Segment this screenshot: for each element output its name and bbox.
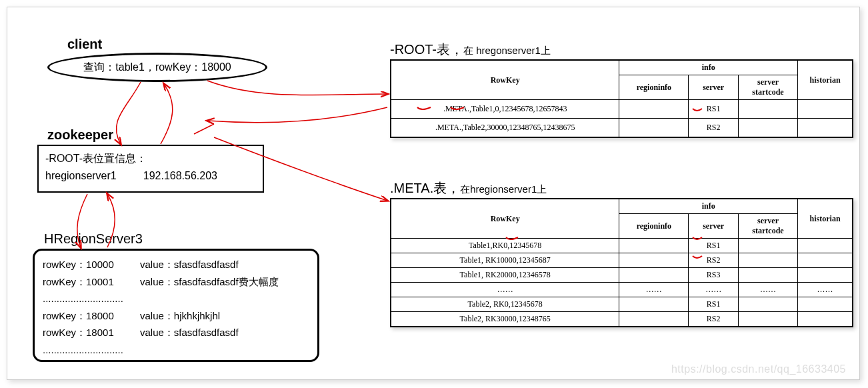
hregionserver-row: ............................. — [43, 341, 309, 359]
meta-th-rowkey: RowKey — [391, 199, 619, 239]
root-th-startcode: server startcode — [738, 75, 797, 100]
table-row: .META.,Table2,30000,12348765,12438675RS2 — [391, 119, 853, 137]
hregionserver-box: rowKey：10000value：sfasdfasdfasdfrowKey：1… — [33, 249, 319, 362]
meta-title-prefix: .META.表， — [390, 181, 460, 195]
cell-startcode — [738, 100, 797, 119]
table-row: .META.,Table1,0,12345678,12657843RS1 — [391, 100, 853, 119]
cell-historian — [798, 253, 853, 268]
client-oval: 查询：table1，rowKey：18000 — [47, 53, 267, 82]
root-th-info: info — [619, 61, 798, 75]
cell-regioninfo — [619, 297, 689, 312]
hrs-rowkey: ............................. — [43, 290, 123, 307]
meta-table-title: .META.表，在hregionserver1上 — [390, 179, 547, 197]
root-th-regioninfo: regioninfo — [619, 75, 689, 100]
cell-regioninfo — [619, 268, 689, 283]
cell-server: RS1 — [689, 297, 738, 312]
cell-historian: …… — [798, 283, 853, 297]
cell-startcode — [738, 297, 797, 312]
cell-regioninfo — [619, 239, 689, 253]
root-th-rowkey: RowKey — [391, 61, 619, 100]
cell-historian — [798, 297, 853, 312]
hrs-value: value：sfasdfasdfasdf — [140, 256, 239, 273]
hregionserver-heading: HRegionServer3 — [44, 231, 143, 247]
diagram-canvas: client 查询：table1，rowKey：18000 zookeeper … — [7, 7, 860, 380]
client-heading: client — [67, 37, 102, 52]
meta-th-regioninfo: regioninfo — [619, 214, 689, 239]
cell-rowkey: Table2, RK30000,12348765 — [391, 312, 619, 327]
cell-startcode: …… — [738, 283, 797, 297]
table-row: Table1, RK10000,12345687RS2 — [391, 253, 853, 268]
cell-server: RS2 — [689, 253, 738, 268]
zookeeper-host: hregionserver1 — [45, 167, 117, 185]
cell-regioninfo — [619, 119, 689, 137]
cell-server: RS3 — [689, 268, 738, 283]
cell-server: RS2 — [689, 312, 738, 327]
cell-rowkey: …… — [391, 283, 619, 297]
client-query-text: 查询：table1，rowKey：18000 — [83, 61, 231, 75]
root-th-historian: historian — [798, 61, 853, 100]
cell-server: …… — [689, 283, 738, 297]
cell-historian — [798, 239, 853, 253]
hrs-value: value：hjkhkjhkjhl — [140, 307, 220, 325]
zookeeper-box: -ROOT-表位置信息： hregionserver1 192.168.56.2… — [37, 145, 264, 193]
cell-startcode — [738, 119, 797, 137]
cell-historian — [798, 312, 853, 327]
cell-rowkey: Table1, RK20000,12346578 — [391, 268, 619, 283]
root-title-prefix: -ROOT-表， — [390, 42, 463, 57]
cell-server: RS1 — [689, 239, 738, 253]
table-row: Table1, RK20000,12346578RS3 — [391, 268, 853, 283]
cell-historian — [798, 119, 853, 137]
hrs-value: value：sfasdfasdfasdf — [140, 324, 239, 341]
hrs-rowkey: ............................. — [43, 341, 123, 359]
root-title-sub: 在 hregonserver1上 — [463, 45, 551, 56]
hregionserver-row: rowKey：10001value：sfasdfasdfasdf费大幅度 — [43, 273, 309, 291]
root-table: RowKey info historian regioninfo server … — [390, 59, 853, 138]
cell-server: RS2 — [689, 119, 738, 137]
meta-th-info: info — [619, 199, 798, 214]
meta-title-sub: 在hregionserver1上 — [460, 183, 547, 195]
watermark: https://blog.csdn.net/qq_16633405 — [671, 363, 846, 375]
table-row: Table2, RK0,12345678RS1 — [391, 297, 853, 312]
hrs-rowkey: rowKey：10000 — [43, 256, 123, 273]
cell-startcode — [738, 312, 797, 327]
table-row: Table2, RK30000,12348765RS2 — [391, 312, 853, 327]
hregionserver-row: rowKey：18000value：hjkhkjhkjhl — [43, 307, 309, 325]
hrs-value: value：sfasdfasdfasdf费大幅度 — [140, 273, 279, 291]
cell-server: RS1 — [689, 100, 738, 119]
meta-th-historian: historian — [798, 199, 853, 239]
cell-historian — [798, 100, 853, 119]
root-th-server: server — [689, 75, 738, 100]
cell-rowkey: .META.,Table1,0,12345678,12657843 — [391, 100, 619, 119]
cell-startcode — [738, 239, 797, 253]
root-table-title: -ROOT-表，在 hregonserver1上 — [390, 41, 551, 59]
cell-historian — [798, 268, 853, 283]
cell-regioninfo — [619, 253, 689, 268]
cell-regioninfo — [619, 312, 689, 327]
cell-rowkey: Table1,RK0,12345678 — [391, 239, 619, 253]
zookeeper-heading: zookeeper — [47, 127, 113, 143]
cell-rowkey: .META.,Table2,30000,12348765,12438675 — [391, 119, 619, 137]
hregionserver-row: rowKey：18001value：sfasdfasdfasdf — [43, 324, 309, 341]
hrs-rowkey: rowKey：10001 — [43, 273, 123, 291]
cell-regioninfo: …… — [619, 283, 689, 297]
hrs-rowkey: rowKey：18001 — [43, 324, 123, 341]
table-row: Table1,RK0,12345678RS1 — [391, 239, 853, 253]
zookeeper-ip: 192.168.56.203 — [143, 167, 217, 185]
meta-th-server: server — [689, 214, 738, 239]
cell-startcode — [738, 268, 797, 283]
hrs-rowkey: rowKey：18000 — [43, 307, 123, 325]
hregionserver-row: rowKey：10000value：sfasdfasdfasdf — [43, 256, 309, 273]
meta-th-startcode: server startcode — [738, 214, 797, 239]
cell-regioninfo — [619, 100, 689, 119]
cell-rowkey: Table2, RK0,12345678 — [391, 297, 619, 312]
zookeeper-line1: -ROOT-表位置信息： — [45, 150, 256, 167]
table-row: ………………………… — [391, 283, 853, 297]
meta-table: RowKey info historian regioninfo server … — [390, 198, 853, 327]
cell-rowkey: Table1, RK10000,12345687 — [391, 253, 619, 268]
cell-startcode — [738, 253, 797, 268]
hregionserver-row: ............................. — [43, 290, 309, 307]
